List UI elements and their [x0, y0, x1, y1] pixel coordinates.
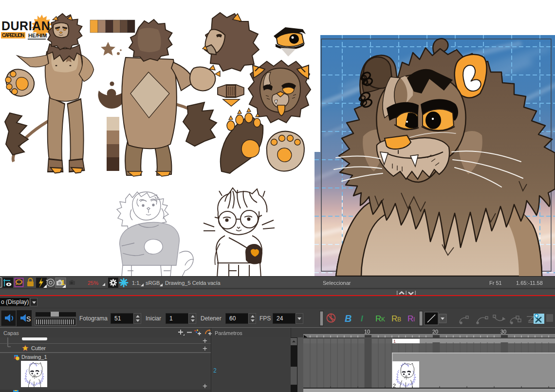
svg-text:R: R	[391, 314, 397, 323]
svg-text:Drawing_1: Drawing_1	[21, 354, 47, 360]
svg-text:DURIAN: DURIAN	[1, 19, 50, 33]
svg-text:S: S	[26, 315, 31, 323]
svg-text:I: I	[413, 316, 415, 323]
svg-text:B: B	[345, 313, 352, 324]
svg-text:R: R	[407, 314, 413, 323]
svg-text:K: K	[381, 316, 385, 323]
svg-text:1: 1	[393, 339, 396, 344]
svg-text:+: +	[203, 381, 207, 391]
svg-text:Cutter: Cutter	[31, 345, 46, 351]
svg-text:HE/HIM: HE/HIM	[28, 33, 47, 38]
svg-text:CAPED LION: CAPED LION	[2, 33, 24, 38]
svg-text:2: 2	[213, 367, 217, 374]
svg-text:+: +	[203, 344, 207, 353]
svg-text:R: R	[375, 314, 381, 323]
svg-text:B: B	[397, 316, 401, 323]
svg-text:1: 1	[61, 278, 65, 286]
svg-text:I: I	[361, 314, 364, 323]
